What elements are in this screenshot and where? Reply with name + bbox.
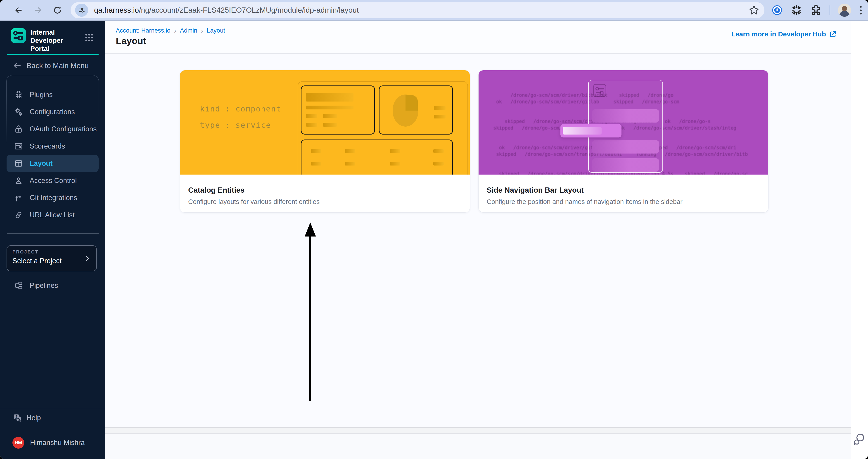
footer-band — [105, 428, 851, 433]
wireframe-panel-left — [301, 86, 375, 134]
extensions-button[interactable] — [810, 4, 822, 16]
extensions-puzzle-icon — [810, 4, 822, 16]
browser-window: qa.harness.io/ng/account/zEaak-FLS425IEO… — [0, 0, 868, 459]
person-icon — [14, 176, 23, 186]
scorecard-icon — [14, 141, 23, 151]
svg-text:?: ? — [16, 415, 18, 418]
sidebar-item-label: Pipelines — [30, 282, 58, 290]
project-label: PROJECT — [12, 250, 91, 255]
back-to-main-menu[interactable]: Back to Main Menu — [13, 60, 89, 71]
sidebar-item-access-control[interactable]: Access Control — [6, 172, 99, 189]
sidebar-item-git-integrations[interactable]: Git Integrations — [6, 189, 99, 206]
catalog-entities-illustration: kind : component type : service — [180, 70, 470, 174]
idp-logo-icon — [11, 28, 26, 43]
breadcrumb-separator: › — [201, 28, 203, 34]
sidebar-item-label: Configurations — [30, 108, 75, 116]
sidebar-item-pipelines[interactable]: Pipelines — [6, 277, 99, 294]
site-settings-button[interactable] — [75, 4, 88, 17]
sidebar-item-plugins[interactable]: Plugins — [6, 86, 99, 103]
sidebar-item-label: Plugins — [30, 91, 53, 99]
sidebar-item-url-allow-list[interactable]: URL Allow List — [6, 206, 99, 224]
toolbar-separator — [830, 5, 830, 15]
sidebar-bottom-divider — [0, 409, 105, 409]
sidebar-item-label: Layout — [30, 159, 53, 168]
learn-more-label: Learn more in Developer Hub — [732, 30, 826, 38]
wireframe-panel-pie — [379, 86, 453, 134]
idp-logo-outline-icon — [593, 84, 607, 97]
onepassword-icon — [771, 4, 783, 16]
sidebar: Internal Developer Portal Back to Main M… — [0, 21, 105, 459]
card-footer: Catalog Entities Configure layouts for v… — [180, 174, 470, 212]
reload-icon — [53, 5, 62, 15]
project-selector[interactable]: PROJECT Select a Project — [6, 245, 97, 271]
arrow-left-icon — [13, 61, 22, 70]
help-button[interactable]: ? Help — [6, 410, 99, 426]
spinner-extension-icon — [790, 4, 802, 16]
card-title: Side Navigation Bar Layout — [487, 186, 760, 194]
user-profile[interactable]: HM Himanshu Mishra — [6, 434, 99, 451]
catalog-entities-card[interactable]: kind : component type : service — [180, 70, 470, 212]
main-panel: Account: Harness.io › Admin › Layout Lay… — [105, 21, 851, 459]
breadcrumb-layout[interactable]: Layout — [207, 27, 225, 34]
back-label: Back to Main Menu — [27, 62, 89, 70]
learn-more-link[interactable]: Learn more in Developer Hub — [732, 30, 837, 38]
url-bar[interactable]: qa.harness.io/ng/account/zEaak-FLS425IEO… — [70, 2, 765, 18]
sidebar-item-layout[interactable]: Layout — [6, 155, 99, 172]
avatar-head — [842, 6, 847, 11]
chevron-right-icon — [83, 254, 91, 263]
sidebar-item-scorecards[interactable]: Scorecards — [6, 138, 99, 155]
illustration-code-line: kind : component — [200, 104, 281, 113]
gears-icon — [14, 107, 23, 117]
sidebar-divider — [7, 233, 99, 234]
user-avatar: HM — [12, 437, 24, 449]
browser-menu-button[interactable] — [860, 6, 862, 14]
layout-icon — [14, 159, 23, 168]
back-icon — [14, 5, 23, 15]
nav-pill — [592, 140, 659, 154]
browser-back-button[interactable] — [12, 3, 25, 17]
url-text: qa.harness.io/ng/account/zEaak-FLS425IEO… — [94, 6, 748, 14]
page-title: Layout — [116, 36, 146, 46]
onepassword-extension-button[interactable] — [771, 4, 783, 16]
forward-icon — [33, 5, 43, 15]
user-name: Himanshu Mishra — [30, 439, 85, 447]
illustration-code-line: type : service — [200, 121, 271, 130]
breadcrumb: Account: Harness.io › Admin › Layout — [116, 27, 225, 34]
help-label: Help — [27, 414, 41, 422]
help-chat-icon: ? — [12, 413, 22, 422]
breadcrumb-account[interactable]: Account: Harness.io — [116, 27, 170, 34]
page-header: Account: Harness.io › Admin › Layout Lay… — [105, 21, 851, 54]
external-link-icon — [829, 30, 837, 38]
browser-toolbar: qa.harness.io/ng/account/zEaak-FLS425IEO… — [0, 0, 868, 21]
nav-pill — [592, 109, 659, 123]
accent-divider — [7, 54, 99, 55]
avatar-body — [839, 11, 850, 17]
lock-icon — [14, 124, 23, 134]
chat-support-icon[interactable] — [852, 432, 867, 446]
side-nav-layout-card[interactable]: /drone/go-scm/scm/driver/bitbucket skipp… — [478, 70, 769, 212]
sidebar-item-label: Scorecards — [30, 142, 65, 150]
sidebar-item-label: URL Allow List — [30, 211, 74, 219]
browser-reload-button[interactable] — [51, 3, 64, 17]
bookmark-button[interactable] — [748, 4, 760, 16]
breadcrumb-admin[interactable]: Admin — [180, 27, 197, 34]
nav-list: Plugins Configurations OA — [6, 86, 99, 224]
sidebar-item-configurations[interactable]: Configurations — [6, 103, 99, 121]
tune-icon — [78, 6, 86, 14]
annotation-arrow-up — [303, 223, 317, 401]
wireframe-panel-table — [301, 139, 453, 174]
spinner-extension-button[interactable] — [790, 4, 802, 16]
breadcrumb-separator: › — [174, 28, 177, 34]
module-title: Internal Developer Portal — [30, 28, 84, 53]
sidebar-item-oauth-configurations[interactable]: OAuth Configurations — [6, 121, 99, 138]
pie-chart-glyph — [379, 86, 454, 135]
sidebar-item-label: Git Integrations — [30, 194, 77, 202]
url-path: /ng/account/zEaak-FLS425IEO7OLzMUg/modul… — [139, 6, 359, 14]
apps-grid-icon[interactable] — [84, 33, 94, 42]
side-nav-illustration: /drone/go-scm/scm/driver/bitbucket skipp… — [478, 70, 768, 174]
browser-profile-avatar[interactable] — [838, 4, 851, 17]
pipelines-icon — [14, 281, 23, 290]
right-edge-strip — [851, 21, 868, 459]
module-logo-row[interactable]: Internal Developer Portal — [11, 28, 84, 53]
browser-forward-button[interactable] — [31, 3, 45, 17]
